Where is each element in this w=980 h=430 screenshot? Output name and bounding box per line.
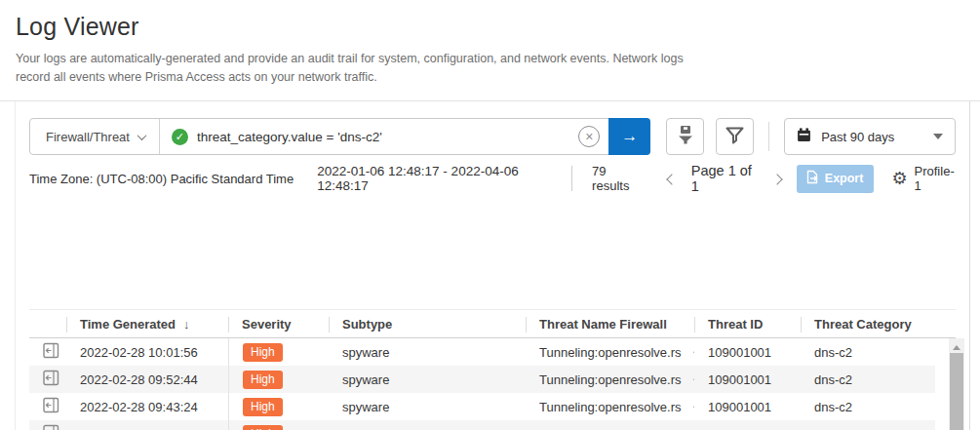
column-header-severity[interactable]: Severity bbox=[228, 310, 329, 337]
page-header: Log Viewer Your logs are automatically-g… bbox=[0, 0, 980, 87]
log-table: Time Generated ↓ Severity Subtype Threat… bbox=[16, 302, 969, 430]
query-valid-icon: ✓ bbox=[172, 129, 188, 145]
profile-selector[interactable]: ⚙ Profile-1 bbox=[891, 164, 956, 193]
results-count: 79 results bbox=[592, 164, 643, 193]
filter-bar-divider bbox=[768, 122, 769, 151]
date-range-label: 2022-01-06 12:48:17 - 2022-04-06 12:48:1… bbox=[317, 164, 552, 193]
page-description-line2: record all events where Prisma Access ac… bbox=[16, 68, 964, 87]
cell-time-generated: 2022-02-28 10:01:56 bbox=[66, 345, 228, 360]
status-bar-divider bbox=[571, 166, 572, 191]
cell-time-generated: 2022-02-28 09:52:44 bbox=[66, 372, 228, 387]
log-type-dropdown[interactable]: Firewall/Threat bbox=[30, 119, 160, 154]
severity-badge: High bbox=[243, 398, 283, 416]
status-bar: Time Zone: (UTC-08:00) Pacific Standard … bbox=[29, 155, 956, 202]
severity-badge: High bbox=[243, 343, 283, 362]
cell-details bbox=[29, 397, 66, 416]
export-button[interactable]: Export bbox=[797, 165, 875, 193]
clear-query-button[interactable]: × bbox=[578, 126, 600, 147]
scrollbar-up-arrow[interactable] bbox=[949, 338, 964, 352]
cell-subtype: spyware bbox=[329, 427, 526, 430]
log-viewer-panel: Firewall/Threat ✓ × → Past 9 bbox=[15, 101, 970, 430]
profile-label: Profile-1 bbox=[915, 164, 956, 193]
page-title: Log Viewer bbox=[16, 13, 964, 41]
next-page-button[interactable] bbox=[769, 168, 785, 190]
open-details-button[interactable] bbox=[43, 397, 59, 416]
cell-threat-name: Tunneling:openresolve.rs bbox=[526, 372, 694, 387]
threat-name-text: Tunneling:openresolve.rs bbox=[539, 345, 682, 360]
threat-name-text: Tunneling:openresolve.rs bbox=[539, 400, 682, 414]
filter-bar: Firewall/Threat ✓ × → Past 9 bbox=[29, 118, 956, 155]
cell-severity: High bbox=[228, 420, 329, 430]
open-details-icon bbox=[43, 424, 59, 430]
cell-threat-category: dns-c2 bbox=[801, 427, 935, 430]
funnel-icon bbox=[725, 127, 744, 147]
page-indicator: Page 1 of 1 bbox=[691, 163, 758, 194]
filter-button[interactable] bbox=[716, 118, 754, 155]
table-row: 2022-02-28 09:52:44 High spyware Tunneli… bbox=[29, 366, 935, 393]
table-header-row: Time Generated ↓ Severity Subtype Threat… bbox=[29, 309, 956, 338]
time-range-label: Past 90 days bbox=[821, 130, 894, 144]
cell-threat-id: 109001001 bbox=[694, 427, 801, 430]
cell-threat-category: dns-c2 bbox=[801, 345, 935, 360]
column-header-threat-id[interactable]: Threat ID bbox=[694, 310, 801, 337]
calendar-icon bbox=[797, 128, 811, 146]
table-scrollbar[interactable] bbox=[949, 338, 964, 430]
page-description-line1: Your logs are automatically-generated an… bbox=[16, 50, 964, 68]
column-header-threat-category[interactable]: Threat Category bbox=[801, 310, 956, 337]
triangle-up-icon bbox=[953, 345, 960, 350]
page-description: Your logs are automatically-generated an… bbox=[16, 50, 964, 87]
cell-time-generated: 2022-02-28 09:43:24 bbox=[66, 400, 228, 414]
cell-threat-name: Tunneling:openresolve.rs bbox=[526, 427, 694, 430]
save-filter-button[interactable] bbox=[666, 118, 704, 155]
severity-badge: High bbox=[243, 425, 283, 430]
save-filter-icon bbox=[677, 125, 694, 148]
time-range-dropdown[interactable]: Past 90 days bbox=[784, 118, 956, 155]
column-header-subtype[interactable]: Subtype bbox=[329, 310, 526, 337]
caret-down-icon bbox=[933, 134, 943, 139]
cell-subtype: spyware bbox=[329, 372, 526, 387]
table-row: 2022-02-28 09:43:24 High spyware Tunneli… bbox=[29, 393, 935, 420]
cell-subtype: spyware bbox=[329, 345, 526, 360]
open-details-icon bbox=[43, 342, 59, 362]
cell-threat-id: 109001001 bbox=[694, 372, 801, 387]
export-label: Export bbox=[825, 172, 864, 185]
cell-subtype: spyware bbox=[329, 400, 526, 414]
query-input[interactable] bbox=[197, 130, 572, 144]
search-combo: Firewall/Threat ✓ × → bbox=[29, 118, 650, 155]
column-header-time-generated[interactable]: Time Generated ↓ bbox=[66, 310, 228, 337]
cell-severity: High bbox=[228, 338, 329, 366]
open-details-icon bbox=[43, 370, 59, 389]
threat-name-text: Tunneling:openresolve.rs bbox=[539, 427, 682, 430]
cell-details bbox=[29, 370, 66, 389]
sort-descending-icon: ↓ bbox=[183, 317, 190, 332]
cell-threat-category: dns-c2 bbox=[801, 372, 935, 387]
cell-severity: High bbox=[228, 366, 329, 393]
cell-time-generated: 2022-02-28 09:34:22 bbox=[66, 427, 228, 430]
gear-icon: ⚙ bbox=[891, 170, 907, 187]
column-header-threat-name[interactable]: Threat Name Firewall bbox=[526, 310, 694, 337]
cell-threat-id: 109001001 bbox=[694, 345, 801, 360]
cell-details bbox=[29, 424, 66, 430]
table-row: 2022-02-28 09:34:22 High spyware Tunneli… bbox=[29, 420, 935, 430]
timezone-label: Time Zone: (UTC-08:00) Pacific Standard … bbox=[29, 172, 317, 186]
cell-threat-name: Tunneling:openresolve.rs bbox=[526, 400, 694, 414]
run-query-button[interactable]: → bbox=[608, 118, 650, 155]
table-body: 2022-02-28 10:01:56 High spyware Tunneli… bbox=[29, 338, 935, 430]
open-details-button[interactable] bbox=[43, 424, 59, 430]
scrollbar-thumb[interactable] bbox=[950, 353, 963, 430]
open-details-button[interactable] bbox=[43, 342, 59, 362]
export-icon bbox=[805, 170, 819, 187]
cell-details bbox=[29, 342, 66, 362]
previous-page-button[interactable] bbox=[664, 168, 680, 190]
column-header-details bbox=[29, 310, 66, 337]
cell-threat-id: 109001001 bbox=[694, 400, 801, 414]
log-type-label: Firewall/Threat bbox=[46, 130, 130, 144]
chevron-right-icon bbox=[771, 174, 782, 184]
query-area: ✓ bbox=[160, 119, 578, 154]
cell-threat-name: Tunneling:openresolve.rs bbox=[526, 345, 694, 360]
threat-name-text: Tunneling:openresolve.rs bbox=[539, 372, 682, 387]
chevron-left-icon bbox=[666, 174, 677, 184]
open-details-button[interactable] bbox=[43, 370, 59, 389]
open-details-icon bbox=[43, 397, 59, 416]
cell-severity: High bbox=[228, 393, 329, 420]
